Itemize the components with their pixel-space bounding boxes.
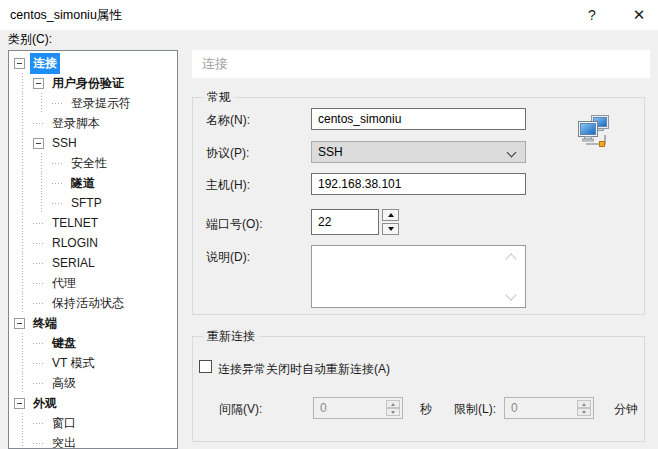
auto-reconnect-checkbox[interactable] (199, 360, 212, 373)
port-spin-down-button[interactable] (382, 223, 399, 235)
tree-item-label: VT 模式 (49, 353, 97, 374)
interval-spin-down-button[interactable] (386, 408, 400, 416)
name-label: 名称(N): (206, 112, 250, 129)
auto-reconnect-label: 连接异常关闭时自动重新连接(A) (218, 361, 390, 378)
tree-item[interactable]: 登录脚本 (9, 113, 177, 133)
tree-connector (33, 273, 47, 293)
titlebar: centos_simoniu属性 ? ✕ (0, 0, 658, 30)
tree-connector (33, 433, 47, 449)
tree-guide-line (33, 93, 52, 113)
computer-network-icon (576, 113, 612, 149)
tree-item[interactable]: VT 模式 (9, 353, 177, 373)
tree-guide-line (33, 153, 52, 173)
tree-item[interactable]: RLOGIN (9, 233, 177, 253)
tree-item-label: 高级 (49, 373, 79, 394)
interval-unit-label: 秒 (420, 401, 432, 418)
tree-guide-line (33, 173, 52, 193)
tree-guide-line (14, 173, 33, 193)
tree-item-label: TELNET (49, 214, 101, 232)
tree-item[interactable]: 键盘 (9, 333, 177, 353)
host-label: 主机(H): (206, 177, 250, 194)
tree-connector (33, 253, 47, 273)
tree-guide-line (14, 293, 33, 313)
limit-spin-down-button[interactable] (577, 408, 591, 416)
panel-header: 连接 (192, 50, 650, 78)
tree-item-label: 突出 (49, 433, 79, 449)
collapse-icon[interactable] (33, 78, 44, 89)
tree-connector (33, 333, 47, 353)
tree-item-label: 安全性 (68, 153, 110, 174)
collapse-icon[interactable] (33, 138, 44, 149)
tree-item[interactable]: 登录提示符 (9, 93, 177, 113)
tree-connector (33, 293, 47, 313)
spin-up-icon (582, 403, 586, 406)
tree-item[interactable]: 高级 (9, 373, 177, 393)
tree-guide-line (14, 113, 33, 133)
general-group-legend: 常规 (203, 89, 235, 106)
interval-label: 间隔(V): (219, 401, 262, 418)
tree-item[interactable]: 隧道 (9, 173, 177, 193)
interval-value: 0 (320, 398, 327, 418)
tree-item[interactable]: 终端 (9, 313, 177, 333)
tree-item-label: 登录脚本 (49, 113, 103, 134)
tree-item[interactable]: SFTP (9, 193, 177, 213)
tree-connector (52, 173, 66, 193)
tree-guide-line (14, 273, 33, 293)
tree-guide-line (14, 193, 33, 213)
spin-down-icon (391, 411, 395, 414)
tree-guide-line (14, 433, 33, 449)
category-tree[interactable]: 连接用户身份验证登录提示符登录脚本SSH安全性隧道SFTPTELNETRLOGI… (8, 50, 178, 449)
limit-input[interactable]: 0 (504, 397, 594, 419)
spin-down-icon (582, 411, 586, 414)
tree-item[interactable]: SSH (9, 133, 177, 153)
tree-connector (52, 193, 66, 213)
tree-item[interactable]: 连接 (9, 53, 177, 73)
tree-item-label: SSH (49, 134, 80, 152)
description-input[interactable] (311, 245, 526, 308)
tree-connector (33, 353, 47, 373)
port-spin-up-button[interactable] (382, 209, 399, 221)
category-label: 类别(C): (8, 31, 52, 48)
tree-item[interactable]: 保持活动状态 (9, 293, 177, 313)
chevron-down-icon (507, 148, 517, 158)
protocol-select[interactable]: SSH (311, 141, 526, 163)
tree-item-label: RLOGIN (49, 234, 101, 252)
host-input[interactable] (311, 173, 526, 195)
tree-item-label: 键盘 (49, 333, 79, 354)
tree-guide-line (14, 233, 33, 253)
port-input[interactable] (311, 209, 379, 235)
collapse-icon[interactable] (14, 398, 25, 409)
tree-connector (33, 113, 47, 133)
protocol-label: 协议(P): (206, 145, 249, 162)
help-icon[interactable]: ? (578, 0, 606, 30)
tree-item[interactable]: 代理 (9, 273, 177, 293)
close-icon[interactable]: ✕ (624, 0, 654, 30)
interval-input[interactable]: 0 (313, 397, 403, 419)
tree-item[interactable]: 突出 (9, 433, 177, 449)
interval-stepper (386, 400, 400, 416)
session-properties-dialog: centos_simoniu属性 ? ✕ 类别(C): 连接用户身份验证登录提示… (0, 0, 658, 449)
name-input[interactable] (311, 108, 526, 130)
tree-guide-line (14, 133, 33, 153)
collapse-icon[interactable] (14, 318, 25, 329)
tree-guide-line (33, 193, 52, 213)
window-title: centos_simoniu属性 (10, 0, 122, 30)
tree-item[interactable]: 安全性 (9, 153, 177, 173)
tree-item-label: 窗口 (49, 413, 79, 434)
limit-stepper (577, 400, 591, 416)
tree-item[interactable]: SERIAL (9, 253, 177, 273)
tree-item-label: 隧道 (68, 173, 98, 194)
tree-item-label: 外观 (30, 393, 60, 414)
tree-item[interactable]: 用户身份验证 (9, 73, 177, 93)
panel-header-title: 连接 (202, 56, 228, 71)
reconnect-group: 重新连接 连接异常关闭时自动重新连接(A) 间隔(V): 0 秒 限制(L): … (192, 336, 645, 442)
description-label: 说明(D): (206, 249, 250, 266)
limit-spin-up-button[interactable] (577, 400, 591, 408)
spin-down-icon (388, 227, 394, 231)
tree-item[interactable]: TELNET (9, 213, 177, 233)
reconnect-group-legend: 重新连接 (203, 328, 259, 345)
collapse-icon[interactable] (14, 58, 25, 69)
interval-spin-up-button[interactable] (386, 400, 400, 408)
tree-item[interactable]: 外观 (9, 393, 177, 413)
tree-item[interactable]: 窗口 (9, 413, 177, 433)
